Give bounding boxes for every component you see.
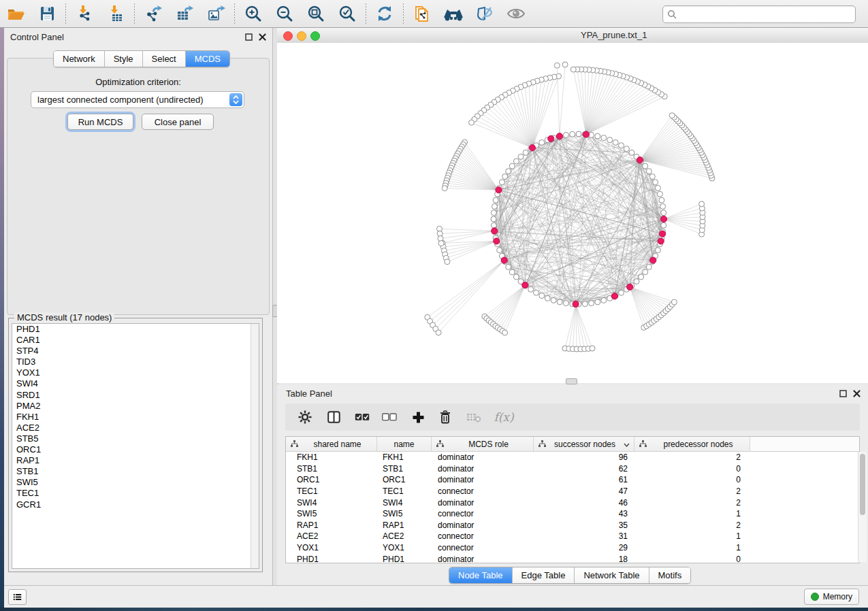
graph-leaf-node[interactable] <box>445 259 450 265</box>
table-row[interactable]: SWI4SWI4dominator462 <box>286 497 859 508</box>
graph-leaf-node[interactable] <box>570 67 576 72</box>
graph-node[interactable] <box>661 222 666 228</box>
graph-node[interactable] <box>660 203 666 209</box>
graph-leaf-node[interactable] <box>699 201 705 207</box>
close-panel-icon[interactable] <box>852 389 861 398</box>
graph-node[interactable] <box>649 174 655 180</box>
tab-motifs[interactable]: Motifs <box>649 567 691 583</box>
unselect-all-button[interactable] <box>378 406 401 429</box>
select-all-button[interactable] <box>351 406 374 429</box>
tab-edge-table[interactable]: Edge Table <box>513 567 575 583</box>
graph-hub-node[interactable] <box>637 157 643 163</box>
graph-node[interactable] <box>653 180 658 185</box>
graph-node[interactable] <box>595 299 600 305</box>
column-header-shared-name[interactable]: shared name <box>286 437 377 451</box>
show-graphics-button[interactable] <box>504 3 528 24</box>
search-network-button[interactable] <box>442 3 465 24</box>
mcds-result-item[interactable]: SRD1 <box>12 390 259 401</box>
graph-hub-node[interactable] <box>627 284 633 290</box>
graph-hub-node[interactable] <box>611 293 617 299</box>
graph-leaf-node[interactable] <box>669 113 675 118</box>
graph-node[interactable] <box>491 222 496 228</box>
graph-node[interactable] <box>497 248 502 253</box>
graph-node[interactable] <box>513 159 519 164</box>
tab-node-table[interactable]: Node Table <box>449 567 513 583</box>
graph-node[interactable] <box>502 174 508 180</box>
graph-node[interactable] <box>509 269 515 275</box>
graph-node[interactable] <box>551 297 556 303</box>
table-row[interactable]: PHD1PHD1dominator180 <box>286 553 859 565</box>
mcds-result-list[interactable]: PHD1CAR1STP4TID3YOX1SWI4SRD1PMA2FKH1ACE2… <box>12 323 259 569</box>
graph-leaf-node[interactable] <box>590 346 595 351</box>
graph-node[interactable] <box>655 185 660 191</box>
graph-node[interactable] <box>506 264 511 269</box>
tab-network[interactable]: Network <box>54 51 105 67</box>
tab-mcds[interactable]: MCDS <box>186 51 229 67</box>
mcds-result-item[interactable]: ORC1 <box>12 444 259 455</box>
zoom-fit-button[interactable] <box>304 3 327 24</box>
mcds-result-item[interactable]: YOX1 <box>12 367 259 378</box>
mcds-result-item[interactable]: STB1 <box>12 466 259 477</box>
criterion-dropdown[interactable]: largest connected component (undirected) <box>31 91 244 108</box>
close-panel-button[interactable]: Close panel <box>142 114 214 130</box>
graph-hub-node[interactable] <box>548 135 554 142</box>
mcds-result-item[interactable]: FKH1 <box>12 412 259 423</box>
sort-chevron-icon[interactable] <box>624 440 630 449</box>
add-column-button[interactable] <box>406 406 430 429</box>
mcds-result-item[interactable]: TID3 <box>12 357 259 367</box>
graph-node[interactable] <box>582 301 588 307</box>
graph-hub-node[interactable] <box>494 238 500 244</box>
graph-node[interactable] <box>557 299 562 305</box>
share-document-button[interactable] <box>411 3 434 24</box>
toggle-columns-button[interactable] <box>322 406 345 429</box>
graph-hub-node[interactable] <box>501 257 507 263</box>
export-table-button[interactable] <box>173 3 196 24</box>
column-header-MCDS-role[interactable]: MCDS role <box>432 437 534 451</box>
zoom-out-button[interactable] <box>273 3 296 24</box>
graph-node[interactable] <box>639 274 644 280</box>
graph-node[interactable] <box>509 163 515 169</box>
graph-node[interactable] <box>570 131 575 137</box>
float-window-icon[interactable] <box>838 389 848 398</box>
mcds-result-item[interactable]: GCR1 <box>12 499 259 510</box>
window-zoom-button[interactable] <box>310 31 320 41</box>
column-header-name[interactable]: name <box>377 437 432 451</box>
graph-node[interactable] <box>563 132 568 137</box>
mcds-result-item[interactable]: CAR1 <box>12 335 259 346</box>
mcds-result-item[interactable]: ACE2 <box>12 423 259 433</box>
graph-leaf-node[interactable] <box>442 186 447 191</box>
graph-node[interactable] <box>643 163 648 169</box>
open-file-button[interactable] <box>4 3 27 24</box>
refresh-layout-button[interactable] <box>373 3 396 24</box>
graph-leaf-node[interactable] <box>469 120 475 125</box>
graph-hub-node[interactable] <box>650 257 656 263</box>
tab-network-table[interactable]: Network Table <box>575 567 649 583</box>
delete-column-button[interactable] <box>434 406 457 429</box>
graph-hub-node[interactable] <box>492 228 498 234</box>
graph-node[interactable] <box>619 290 624 295</box>
column-header-predecessor-nodes[interactable]: predecessor nodes <box>634 437 750 451</box>
graph-node[interactable] <box>624 146 629 152</box>
table-row[interactable]: STB1STB1dominator620 <box>286 463 859 475</box>
graph-node[interactable] <box>513 274 519 280</box>
mcds-result-item[interactable]: TEC1 <box>12 488 259 499</box>
mcds-result-item[interactable]: SWI5 <box>12 477 259 488</box>
graph-node[interactable] <box>589 301 594 306</box>
graph-node[interactable] <box>661 210 666 216</box>
hide-graphics-button[interactable] <box>473 3 496 24</box>
graph-hub-node[interactable] <box>658 238 664 244</box>
window-minimize-button[interactable] <box>297 31 306 41</box>
graph-hub-node[interactable] <box>522 282 528 288</box>
graph-node[interactable] <box>601 297 607 303</box>
graph-node[interactable] <box>518 154 524 159</box>
graph-hub-node[interactable] <box>573 301 579 307</box>
graph-node[interactable] <box>643 269 648 275</box>
graph-hub-node[interactable] <box>660 231 666 237</box>
graph-node[interactable] <box>646 264 652 269</box>
table-scrollbar-thumb[interactable] <box>860 454 865 515</box>
graph-node[interactable] <box>499 180 504 185</box>
graph-node[interactable] <box>634 279 639 284</box>
graph-node[interactable] <box>619 143 624 148</box>
graph-hub-node[interactable] <box>529 145 535 151</box>
graph-leaf-node[interactable] <box>436 330 441 335</box>
